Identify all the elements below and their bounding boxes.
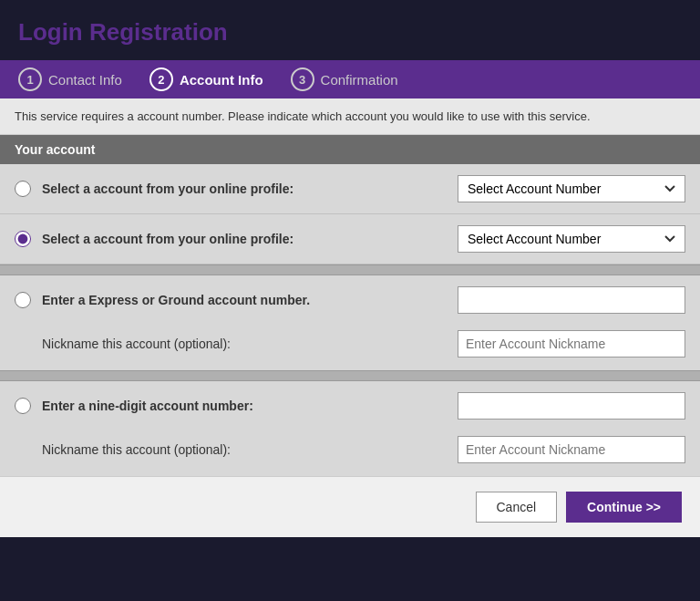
online-profile-row-2: Select a account from your online profil… bbox=[0, 214, 700, 264]
online-profile-radio-2[interactable] bbox=[15, 231, 31, 247]
step-1-label: Contact Info bbox=[48, 72, 122, 88]
continue-button[interactable]: Continue >> bbox=[566, 492, 682, 523]
nine-digit-nickname-label: Nickname this account (optional): bbox=[42, 442, 447, 457]
step-2-label: Account Info bbox=[180, 72, 263, 88]
nine-digit-main-row: Enter a nine-digit account number: bbox=[0, 381, 700, 430]
online-profile-radio-1[interactable] bbox=[15, 181, 31, 197]
info-banner: This service requires a account number. … bbox=[0, 98, 700, 135]
page-title: Login Registration bbox=[0, 0, 700, 60]
nine-digit-account-input[interactable] bbox=[458, 392, 685, 420]
online-profile-label-1: Select a account from your online profil… bbox=[42, 181, 447, 196]
account-number-select-1[interactable]: Select Account Number bbox=[458, 175, 685, 202]
info-banner-text: This service requires a account number. … bbox=[15, 109, 591, 123]
step-2-circle: 2 bbox=[149, 67, 173, 91]
step-account-info[interactable]: 2 Account Info bbox=[149, 67, 263, 91]
stepper-bar: 1 Contact Info 2 Account Info 3 Confirma… bbox=[0, 60, 700, 98]
account-number-select-2[interactable]: Select Account Number bbox=[458, 225, 685, 253]
express-label: Enter a Express or Ground account number… bbox=[42, 293, 447, 307]
nine-digit-radio[interactable] bbox=[15, 398, 31, 414]
express-radio[interactable] bbox=[15, 292, 31, 308]
step-1-circle: 1 bbox=[18, 67, 42, 91]
separator-2 bbox=[0, 370, 700, 381]
express-main-row: Enter a Express or Ground account number… bbox=[0, 275, 700, 325]
express-account-input[interactable] bbox=[458, 286, 685, 314]
nine-digit-label: Enter a nine-digit account number: bbox=[42, 399, 447, 413]
nine-digit-nickname-input[interactable] bbox=[458, 436, 685, 463]
express-nickname-row: Nickname this account (optional): bbox=[0, 325, 700, 370]
express-nickname-input[interactable] bbox=[458, 330, 685, 357]
online-profile-label-2: Select a account from your online profil… bbox=[42, 232, 447, 246]
step-contact-info[interactable]: 1 Contact Info bbox=[18, 67, 122, 91]
your-account-section: Your account Select a account from your … bbox=[0, 135, 700, 264]
step-confirmation[interactable]: 3 Confirmation bbox=[291, 67, 398, 91]
nine-digit-nickname-row: Nickname this account (optional): bbox=[0, 430, 700, 476]
express-section: Enter a Express or Ground account number… bbox=[0, 275, 700, 370]
main-content: This service requires a account number. … bbox=[0, 98, 700, 537]
step-3-label: Confirmation bbox=[321, 72, 398, 88]
separator-1 bbox=[0, 264, 700, 275]
nine-digit-section: Enter a nine-digit account number: Nickn… bbox=[0, 381, 700, 476]
cancel-button[interactable]: Cancel bbox=[476, 492, 558, 523]
your-account-header: Your account bbox=[0, 135, 700, 164]
express-nickname-label: Nickname this account (optional): bbox=[42, 337, 447, 351]
step-3-circle: 3 bbox=[291, 67, 314, 91]
online-profile-row-1: Select a account from your online profil… bbox=[0, 164, 700, 214]
footer-buttons: Cancel Continue >> bbox=[0, 476, 700, 537]
